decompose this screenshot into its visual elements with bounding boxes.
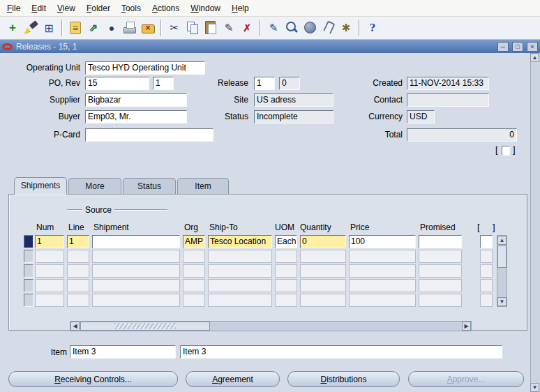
cell-uom[interactable]: Each: [275, 235, 297, 248]
cell-ship-to[interactable]: [208, 264, 272, 278]
menu-edit[interactable]: Edit: [26, 1, 52, 15]
cell-shipment[interactable]: [92, 279, 180, 292]
record-selector[interactable]: [24, 294, 33, 307]
cell-org[interactable]: [183, 279, 205, 292]
horizontal-scroll-thumb[interactable]: [80, 322, 210, 331]
mdi-scroll-up-button[interactable]: ▲: [530, 53, 539, 62]
cell-quantity[interactable]: [300, 264, 346, 278]
mdi-scroll-down-button[interactable]: ▼: [530, 383, 539, 392]
cell-uom[interactable]: [275, 294, 297, 307]
cell-ship-to[interactable]: [208, 250, 272, 263]
minimize-button[interactable]: ─: [497, 42, 509, 52]
scroll-up-button[interactable]: ▲: [497, 236, 507, 245]
supplier-field[interactable]: Bigbazar: [85, 93, 187, 107]
cell-dff[interactable]: [480, 294, 493, 307]
cell-line[interactable]: [67, 294, 89, 307]
cell-num[interactable]: [35, 279, 64, 292]
cell-uom[interactable]: [275, 250, 297, 263]
cell-price[interactable]: [349, 294, 416, 307]
distributions-button[interactable]: Distributions: [287, 371, 400, 387]
cell-quantity[interactable]: [300, 279, 346, 292]
menu-actions[interactable]: Actions: [147, 1, 185, 15]
release-number-field[interactable]: 1: [254, 77, 275, 90]
record-selector[interactable]: [24, 279, 33, 292]
cell-ship-to[interactable]: [208, 279, 272, 292]
table-horizontal-scrollbar[interactable]: ◀ ▶: [70, 321, 472, 331]
cell-num[interactable]: 1: [35, 235, 64, 248]
po-rev-field[interactable]: 1: [153, 77, 174, 90]
cell-org[interactable]: [183, 294, 205, 307]
buyer-field[interactable]: Emp03, Mr.: [85, 110, 187, 123]
translations-icon[interactable]: [301, 19, 319, 37]
tab-item[interactable]: Item: [177, 178, 229, 194]
po-number-field[interactable]: 15: [85, 77, 149, 90]
cell-uom[interactable]: [275, 264, 297, 278]
menu-folder[interactable]: Folder: [81, 1, 116, 15]
menu-window[interactable]: Window: [185, 1, 226, 15]
cell-org[interactable]: AMP: [183, 235, 205, 248]
cell-promised[interactable]: [419, 294, 462, 307]
cell-price[interactable]: [349, 250, 416, 263]
operating-unit-field[interactable]: Tesco HYD Operating Unit: [85, 61, 205, 75]
cell-price[interactable]: [349, 264, 416, 278]
tab-status[interactable]: Status: [123, 178, 176, 194]
cell-price[interactable]: [349, 279, 416, 292]
cell-shipment[interactable]: [92, 294, 180, 307]
cell-promised[interactable]: [419, 235, 462, 248]
receiving-controls-button[interactable]: Receiving Controls...: [8, 371, 178, 387]
agreement-button[interactable]: Agreement: [186, 371, 280, 387]
menu-help[interactable]: Help: [226, 1, 255, 15]
cell-num[interactable]: [35, 294, 64, 307]
new-icon[interactable]: +: [3, 19, 22, 37]
edit-icon[interactable]: ✎: [220, 19, 238, 37]
tab-more[interactable]: More: [68, 178, 121, 194]
pcard-field[interactable]: [85, 128, 213, 142]
cell-dff[interactable]: [480, 235, 493, 248]
item-description-field[interactable]: Item 3: [180, 345, 502, 359]
next-step-icon[interactable]: ⇗: [84, 19, 103, 37]
cell-promised[interactable]: [419, 250, 462, 263]
close-form-icon[interactable]: ×: [139, 19, 157, 37]
cell-org[interactable]: [183, 264, 205, 278]
folder-tools-icon[interactable]: ✱: [337, 19, 355, 37]
record-selector[interactable]: [24, 264, 33, 278]
cell-shipment[interactable]: [92, 235, 180, 248]
cell-ship-to[interactable]: [208, 294, 272, 307]
print-icon[interactable]: [121, 19, 139, 37]
scroll-left-button[interactable]: ◀: [70, 322, 80, 331]
zoom-icon[interactable]: [283, 19, 301, 37]
cell-line[interactable]: 1: [67, 235, 89, 248]
vertical-scroll-thumb[interactable]: [497, 246, 507, 268]
cell-num[interactable]: [35, 264, 64, 278]
menu-file[interactable]: File: [1, 1, 26, 15]
table-vertical-scrollbar[interactable]: ▲ ▼: [497, 235, 507, 307]
header-dff-field[interactable]: [502, 146, 510, 156]
attachments-icon[interactable]: [319, 19, 337, 37]
cell-dff[interactable]: [480, 279, 493, 292]
scroll-down-button[interactable]: ▼: [497, 297, 507, 306]
cell-price[interactable]: 100: [349, 235, 416, 248]
cell-promised[interactable]: [419, 279, 462, 292]
help-icon[interactable]: ?: [363, 19, 382, 37]
cell-uom[interactable]: [275, 279, 297, 292]
cell-dff[interactable]: [480, 250, 493, 263]
close-button[interactable]: ×: [527, 42, 538, 52]
mdi-vertical-scrollbar[interactable]: ▲ ▼: [530, 53, 540, 392]
record-selector[interactable]: [24, 250, 33, 263]
cell-dff[interactable]: [480, 264, 493, 278]
cell-quantity[interactable]: 0: [300, 235, 346, 248]
cell-quantity[interactable]: [300, 294, 346, 307]
cell-line[interactable]: [67, 279, 89, 292]
save-icon[interactable]: ≡: [66, 19, 84, 37]
cell-promised[interactable]: [419, 264, 462, 278]
cut-icon[interactable]: ✂: [165, 19, 183, 37]
edit-field-icon[interactable]: ✎: [264, 19, 283, 37]
paste-icon[interactable]: [202, 19, 220, 37]
cell-org[interactable]: [183, 250, 205, 263]
cell-shipment[interactable]: [92, 264, 180, 278]
find-icon[interactable]: [22, 19, 40, 37]
maximize-button[interactable]: □: [512, 42, 523, 52]
menu-view[interactable]: View: [52, 1, 81, 15]
scroll-right-button[interactable]: ▶: [462, 322, 471, 331]
show-navigator-icon[interactable]: ⊞: [40, 19, 58, 37]
